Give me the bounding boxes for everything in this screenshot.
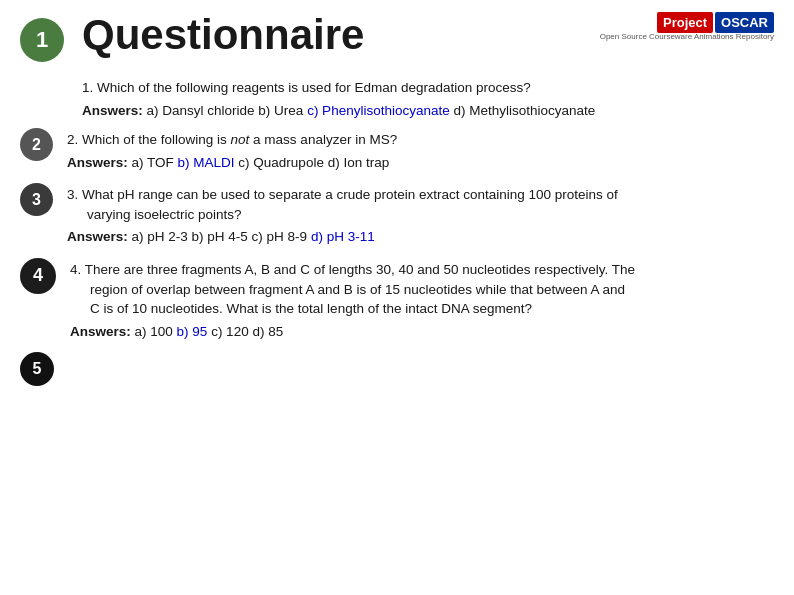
q4-content: 4. There are three fragments A, B and C … xyxy=(70,258,764,344)
q1-block: 1. Which of the following reagents is us… xyxy=(82,78,764,120)
q1-answer-label: Answers: xyxy=(82,103,143,118)
q3-circle: 3 xyxy=(20,183,53,216)
q4-circle: 4 xyxy=(20,258,56,294)
q1-answer-a: a) Dansyl chloride b) Urea xyxy=(147,103,308,118)
q1-question: 1. Which of the following reagents is us… xyxy=(82,78,764,98)
q2-question-text: 2. Which of the following is not a mass … xyxy=(67,132,397,147)
q4-row: 4 4. There are three fragments A, B and … xyxy=(20,258,764,344)
q4-answer-label: Answers: xyxy=(70,324,131,339)
q4-question: 4. There are three fragments A, B and C … xyxy=(70,260,764,319)
q1-answer: Answers: a) Dansyl chloride b) Urea c) P… xyxy=(82,101,764,121)
logo-subtitle: Open Source Courseware Animations Reposi… xyxy=(600,32,774,41)
q2-answer-cd: c) Quadrupole d) Ion trap xyxy=(238,155,389,170)
q2-circle: 2 xyxy=(20,128,53,161)
q3-question: 3. What pH range can be used to separate… xyxy=(67,185,764,224)
q3-question-line2: varying isoelectric points? xyxy=(67,207,242,222)
logo: Project OSCAR xyxy=(657,12,774,33)
q3-answer-d: d) pH 3-11 xyxy=(311,229,375,244)
q2-content: 2. Which of the following is not a mass … xyxy=(67,128,764,175)
page-container: Project OSCAR Open Source Courseware Ani… xyxy=(0,0,794,595)
q3-question-line1: 3. What pH range can be used to separate… xyxy=(67,187,618,202)
q4-answer-a: a) 100 xyxy=(135,324,177,339)
q3-answer-abc: a) pH 2-3 b) pH 4-5 c) pH 8-9 xyxy=(132,229,311,244)
page-title: Questionnaire xyxy=(82,14,364,56)
header-number-circle: 1 xyxy=(20,18,64,62)
q4-question-line2: region of overlap between fragment A and… xyxy=(70,282,625,297)
logo-project: Project xyxy=(657,12,713,33)
q1-answer-d: d) Methylisothiocyanate xyxy=(453,103,595,118)
q4-question-line3: C is of 10 nucleotides. What is the tota… xyxy=(70,301,532,316)
logo-oscar: OSCAR xyxy=(715,12,774,33)
q2-answer: Answers: a) TOF b) MALDI c) Quadrupole d… xyxy=(67,153,764,173)
q2-answer-label: Answers: xyxy=(67,155,128,170)
q2-row: 2 2. Which of the following is not a mas… xyxy=(20,128,764,175)
q5-row: 5 xyxy=(20,352,764,386)
q2-question: 2. Which of the following is not a mass … xyxy=(67,130,764,150)
q4-answer: Answers: a) 100 b) 95 c) 120 d) 85 xyxy=(70,322,764,342)
q2-answer-b: b) MALDI xyxy=(178,155,235,170)
q4-answer-cd: c) 120 d) 85 xyxy=(211,324,283,339)
q4-question-line1: 4. There are three fragments A, B and C … xyxy=(70,262,635,277)
q1-answer-c: c) Phenylisothiocyanate xyxy=(307,103,450,118)
q3-content: 3. What pH range can be used to separate… xyxy=(67,183,764,250)
header-number: 1 xyxy=(36,27,48,53)
q3-answer: Answers: a) pH 2-3 b) pH 4-5 c) pH 8-9 d… xyxy=(67,227,764,247)
q3-row: 3 3. What pH range can be used to separa… xyxy=(20,183,764,250)
q4-answer-b: b) 95 xyxy=(177,324,208,339)
q5-content xyxy=(68,352,764,354)
q5-circle: 5 xyxy=(20,352,54,386)
q3-answer-label: Answers: xyxy=(67,229,128,244)
q2-answer-a: a) TOF xyxy=(132,155,178,170)
